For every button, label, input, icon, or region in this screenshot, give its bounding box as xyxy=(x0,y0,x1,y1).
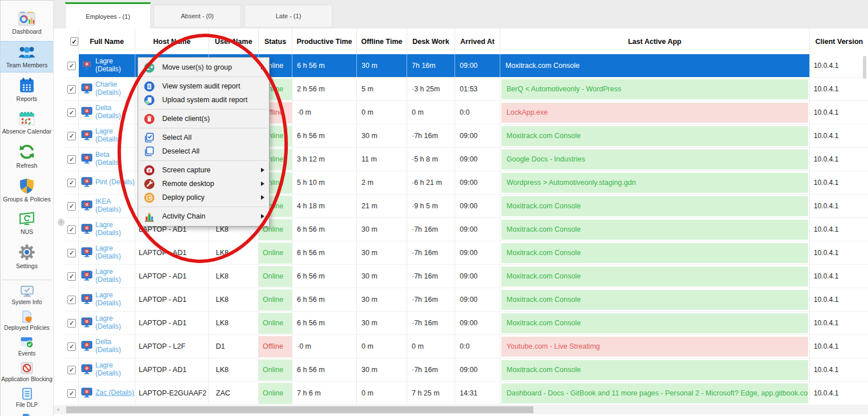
column-header-status[interactable]: Status xyxy=(259,29,292,54)
status-cell: Online xyxy=(259,382,292,405)
details-link[interactable]: Lagre (Details) xyxy=(95,315,135,331)
row-checkbox[interactable]: ✓ xyxy=(67,108,76,117)
desk-work-cell: ·7h 16m xyxy=(407,265,455,288)
tab-employees[interactable]: Employees - (1) xyxy=(65,2,151,29)
sidebar-item-reports[interactable]: Reports xyxy=(1,75,53,106)
row-select-cell: ✓ xyxy=(65,78,79,100)
row-checkbox[interactable]: ✓ xyxy=(67,202,76,211)
header-select-all-checkbox[interactable]: ✓ xyxy=(70,37,78,46)
sidebar-item-team-members[interactable]: Team Members xyxy=(1,41,53,73)
menu-item-label: Deselect All xyxy=(162,147,264,155)
desk-work-cell: ·5 h 8 m xyxy=(407,148,455,171)
menu-item-select-all[interactable]: Select All xyxy=(138,131,269,144)
details-link[interactable]: Lagre (Details) xyxy=(95,292,135,308)
column-header-client-version[interactable]: Client Version xyxy=(810,29,868,54)
column-header-productive-time[interactable]: Productive Time xyxy=(292,29,357,54)
details-link[interactable]: IKEA (Details) xyxy=(95,198,135,214)
menu-item-move-user-s-to-group[interactable]: Move user(s) to group xyxy=(138,60,269,74)
tab-late[interactable]: Late - (1) xyxy=(244,5,332,27)
row-checkbox[interactable]: ✓ xyxy=(67,225,76,234)
column-header-full-name[interactable]: Full Name xyxy=(79,29,135,54)
sidebar-item-refresh[interactable]: Refresh xyxy=(1,140,53,173)
sidebar-collapse-handle[interactable]: ‹ xyxy=(58,219,65,226)
screen-icon xyxy=(81,60,93,72)
column-header-host-name[interactable]: Host Name xyxy=(135,29,209,54)
row-select-cell: ✓ xyxy=(65,335,79,358)
details-link[interactable]: Charlie (Details) xyxy=(95,81,135,97)
menu-item-delete-client-s[interactable]: Delete client(s) xyxy=(138,112,269,126)
row-checkbox[interactable]: ✓ xyxy=(67,62,76,70)
sidebar-item-document-icon[interactable] xyxy=(1,412,53,416)
menu-item-view-system-audit-report[interactable]: View system audit report xyxy=(138,79,269,93)
desk-work-cell: 7h 16m xyxy=(407,54,455,77)
row-checkbox[interactable]: ✓ xyxy=(67,272,76,281)
horizontal-scrollbar-thumb[interactable] xyxy=(66,406,533,413)
column-header-last-active-app[interactable]: Last Active App xyxy=(500,29,810,54)
sidebar-item-application-blocking[interactable]: Application Blocking xyxy=(1,361,53,385)
menu-item-activity-chain[interactable]: Activity Chain xyxy=(138,209,269,223)
column-header-offline-time[interactable]: Offline Time xyxy=(357,29,407,54)
offline-time-cell: 30 m xyxy=(357,124,407,147)
table-row[interactable]: ✓Lagre (Details)LAPTOP - AD1LK8Online6 h… xyxy=(65,241,868,265)
status-cell: Online xyxy=(259,358,292,381)
sidebar-item-settings[interactable]: Settings xyxy=(1,241,53,273)
row-checkbox[interactable]: ✓ xyxy=(67,366,76,374)
table-row[interactable]: ✓Delta (Details)LAPTOP - L2FD1Offline·0 … xyxy=(65,335,868,358)
details-link[interactable]: Lagre (Details) xyxy=(95,58,135,74)
row-checkbox[interactable]: ✓ xyxy=(67,132,76,140)
menu-item-label: Delete client(s) xyxy=(162,115,264,123)
menu-item-remote-desktop[interactable]: Remote desktop xyxy=(138,177,269,191)
details-link[interactable]: Beta (Details) xyxy=(95,151,135,167)
sidebar-item-absence-calendar[interactable]: Absence Calendar xyxy=(1,108,53,139)
menu-item-deploy-policy[interactable]: Deploy policy xyxy=(138,191,269,204)
table-row[interactable]: ✓Lagre (Details)LAPTOP - AD1LK8Online6 h… xyxy=(65,358,868,382)
sidebar-item-groups-policies[interactable]: Groups & Policies xyxy=(1,175,53,207)
row-checkbox[interactable]: ✓ xyxy=(67,342,76,351)
status-badge: Offline xyxy=(259,336,292,357)
table-row[interactable]: ✓Lagre (Details)LAPTOP - AD1LK8Online6 h… xyxy=(65,312,868,335)
details-link[interactable]: Delta (Details) xyxy=(95,338,135,354)
details-link[interactable]: Lagre (Details) xyxy=(95,268,135,284)
full-name-cell: Lagre (Details) xyxy=(79,265,135,288)
sidebar-item-nus[interactable]: NUS xyxy=(1,209,53,239)
details-link[interactable]: Delta (Details) xyxy=(95,104,135,120)
client-version-cell: 10.0.4.1 xyxy=(810,124,868,147)
details-link[interactable]: Lagre (Details) xyxy=(95,221,135,237)
menu-item-upload-system-audit-report[interactable]: Upload system audit report xyxy=(138,93,269,107)
column-header-desk-work[interactable]: Desk Work xyxy=(407,29,455,54)
scroll-left-arrow-icon[interactable]: ‹ xyxy=(57,406,59,413)
menu-item-deselect-all[interactable]: Deselect All xyxy=(138,144,269,158)
row-checkbox[interactable]: ✓ xyxy=(67,85,76,94)
menu-item-label: Screen capture xyxy=(162,166,261,174)
tab-absent[interactable]: Absent - (0) xyxy=(154,5,241,27)
table-row[interactable]: ✓Lagre (Details)LAPTOP - AD1LK8Online6 h… xyxy=(65,288,868,312)
details-link[interactable]: Lagre (Details) xyxy=(95,245,135,261)
sidebar-item-events[interactable]: Events xyxy=(1,335,53,359)
row-checkbox[interactable]: ✓ xyxy=(67,179,76,187)
row-checkbox[interactable]: ✓ xyxy=(67,249,76,257)
row-select-cell: ✓ xyxy=(65,101,79,124)
row-checkbox[interactable]: ✓ xyxy=(67,296,76,304)
details-link[interactable]: Lagre (Details) xyxy=(95,128,135,144)
tab-label: Late - (1) xyxy=(276,13,302,19)
sidebar-item-dashboard[interactable]: Dashboard xyxy=(1,9,53,39)
column-header-user-name[interactable]: User Name xyxy=(209,29,259,54)
row-checkbox[interactable]: ✓ xyxy=(67,155,76,164)
vertical-scrollbar-thumb[interactable] xyxy=(863,56,866,79)
row-checkbox[interactable]: ✓ xyxy=(67,389,76,398)
details-link[interactable]: Lagre (Details) xyxy=(95,362,135,378)
column-header-arrived-at[interactable]: Arrived At xyxy=(455,29,500,54)
sidebar-item-system-info[interactable]: System Info xyxy=(1,284,53,308)
screen-icon xyxy=(81,387,93,399)
table-row[interactable]: ✓Zac (Details)LAPTOP-E2GUAAF2ZACOnline7 … xyxy=(65,382,868,405)
screen-icon xyxy=(81,83,93,95)
details-link[interactable]: Zac (Details) xyxy=(95,389,134,397)
table-row[interactable]: ✓Lagre (Details)LAPTOP - AD1LK8Online6 h… xyxy=(65,265,868,288)
last-active-app-badge: Moxitrack.com Console xyxy=(501,266,808,286)
menu-item-screen-capture[interactable]: Screen capture xyxy=(138,163,269,177)
sidebar-item-file-dlp[interactable]: File DLP xyxy=(1,386,53,410)
sidebar-item-deployed-policies[interactable]: Deployed Policies xyxy=(1,309,53,333)
arrived-at-cell: 09:00 xyxy=(455,358,500,381)
details-link[interactable]: Pint (Details) xyxy=(95,179,135,187)
row-checkbox[interactable]: ✓ xyxy=(67,319,76,328)
